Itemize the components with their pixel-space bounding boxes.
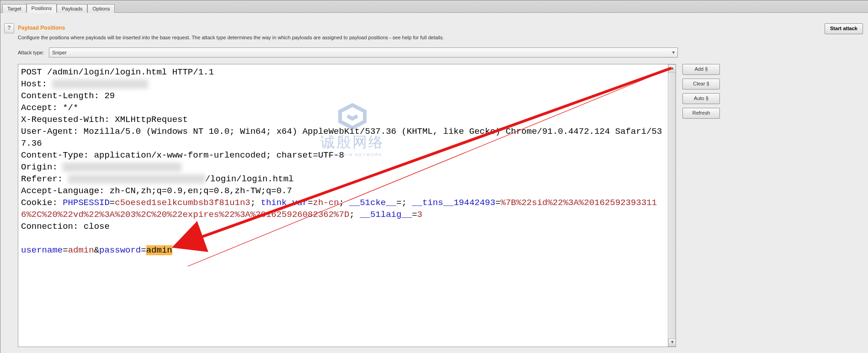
positions-panel: Payload Positions Configure the position… xyxy=(0,13,868,352)
attack-type-select[interactable]: Sniper ▼ xyxy=(49,47,678,58)
body-username-val: admin xyxy=(68,245,94,255)
clear-position-label: Clear § xyxy=(693,81,709,86)
req-host-label: Host: xyxy=(21,79,52,89)
redacted-referer xyxy=(68,174,205,184)
cookie1-value: c5oesed1selkcumbsb3f81u1n3 xyxy=(115,198,250,208)
attack-type-row: Attack type: Sniper ▼ xyxy=(18,47,864,58)
section-description: Configure the positions where payloads w… xyxy=(18,35,864,40)
cookie3-name: __51cke__ xyxy=(349,198,396,208)
req-line-post: POST /admin/login/login.html HTTP/1.1 xyxy=(21,67,214,77)
req-connection: Connection: close xyxy=(21,221,110,232)
body-username-key: username xyxy=(21,245,63,255)
payload-position-token[interactable]: admin xyxy=(146,245,172,255)
tab-target-label: Target xyxy=(7,6,21,11)
auto-position-button[interactable]: Auto § xyxy=(682,93,720,104)
req-referer-label: Referer: xyxy=(21,174,68,184)
cookie2-name: think_var xyxy=(261,198,308,208)
body-password-key: password xyxy=(99,245,141,255)
tab-options[interactable]: Options xyxy=(87,4,115,13)
req-ua: User-Agent: Mozilla/5.0 (Windows NT 10.0… xyxy=(21,126,662,148)
req-accept: Accept: */* xyxy=(21,103,78,113)
tab-positions[interactable]: Positions xyxy=(27,4,57,13)
attack-type-value: Sniper xyxy=(52,50,67,55)
tab-positions-label: Positions xyxy=(32,5,52,11)
redacted-host xyxy=(52,79,148,89)
position-buttons: Add § Clear § Auto § Refresh xyxy=(682,64,720,347)
req-xrw: X-Requested-With: XMLHttpRequest xyxy=(21,115,188,125)
body-amp: & xyxy=(94,245,99,255)
refresh-label: Refresh xyxy=(692,110,710,116)
auto-position-label: Auto § xyxy=(694,95,708,101)
clear-position-button[interactable]: Clear § xyxy=(682,79,720,90)
cookie5-name: __51laig__ xyxy=(360,210,412,220)
req-cookie-label: Cookie: xyxy=(21,198,63,208)
tab-target[interactable]: Target xyxy=(2,4,27,13)
redacted-origin xyxy=(63,163,181,172)
cookie4-name: __tins__19442493 xyxy=(412,198,495,208)
tab-payloads-label: Payloads xyxy=(62,6,82,11)
req-accept-language: Accept-Language: zh-CN,zh;q=0.9,en;q=0.8… xyxy=(21,186,292,196)
cookie2-value: zh-cn xyxy=(313,198,339,208)
request-editor[interactable]: POST /admin/login/login.html HTTP/1.1 Ho… xyxy=(18,64,676,347)
req-content-length: Content-Length: 29 xyxy=(21,91,115,101)
scroll-up-icon[interactable]: ▲ xyxy=(668,64,676,73)
cookie1-name: PHPSESSID xyxy=(63,198,110,208)
cookie5-value: 3 xyxy=(417,210,422,220)
tab-options-label: Options xyxy=(92,6,110,11)
refresh-button[interactable]: Refresh xyxy=(682,108,720,119)
section-title: Payload Positions xyxy=(18,25,864,31)
scroll-down-icon[interactable]: ▼ xyxy=(668,338,676,347)
req-ctype: Content-Type: application/x-www-form-url… xyxy=(21,150,344,160)
chevron-down-icon: ▼ xyxy=(671,50,676,55)
req-referer-path: /login/login.html xyxy=(205,174,294,184)
attack-type-label: Attack type: xyxy=(18,50,49,55)
add-position-label: Add § xyxy=(695,66,708,72)
tab-payloads[interactable]: Payloads xyxy=(57,4,87,13)
request-text: POST /admin/login/login.html HTTP/1.1 Ho… xyxy=(18,64,668,347)
tab-bar: Target Positions Payloads Options xyxy=(0,0,868,13)
add-position-button[interactable]: Add § xyxy=(682,64,720,75)
request-scrollbar[interactable]: ▲ ▼ xyxy=(668,64,676,347)
req-origin-label: Origin: xyxy=(21,162,63,172)
